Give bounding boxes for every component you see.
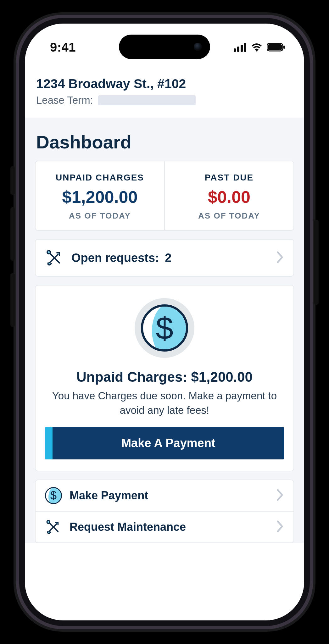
dynamic-island bbox=[119, 35, 210, 59]
make-a-payment-label: Make A Payment bbox=[53, 427, 284, 459]
svg-point-3 bbox=[47, 251, 50, 254]
request-maintenance-label: Request Maintenance bbox=[70, 520, 269, 534]
make-a-payment-button[interactable]: Make A Payment bbox=[45, 427, 284, 459]
chevron-right-icon bbox=[276, 520, 284, 534]
wifi-icon bbox=[251, 43, 263, 52]
lease-term-label: Lease Term: bbox=[36, 94, 93, 106]
open-requests-row[interactable]: Open requests: 2 bbox=[35, 239, 294, 277]
volume-up-button bbox=[10, 207, 15, 261]
quick-actions-list: $ Make Payment bbox=[35, 480, 294, 543]
unpaid-charges-label: UNPAID CHARGES bbox=[39, 173, 161, 183]
hero-message: You have Charges due soon. Make a paymen… bbox=[45, 389, 284, 418]
past-due-value: $0.00 bbox=[168, 187, 290, 207]
dollar-icon: $ bbox=[45, 487, 62, 504]
dollar-circle-icon: $ bbox=[135, 298, 194, 358]
chevron-right-icon bbox=[276, 251, 284, 265]
open-requests-label: Open requests: bbox=[71, 251, 159, 264]
tools-icon bbox=[45, 248, 64, 267]
chevron-right-icon bbox=[276, 489, 284, 502]
unpaid-charges-value: $1,200.00 bbox=[39, 187, 161, 207]
make-payment-row[interactable]: $ Make Payment bbox=[36, 480, 293, 511]
past-due-sub: AS OF TODAY bbox=[168, 211, 290, 221]
volume-down-button bbox=[10, 273, 15, 327]
svg-point-4 bbox=[47, 521, 50, 524]
open-requests-count: 2 bbox=[165, 251, 171, 264]
page-title: Dashboard bbox=[25, 118, 304, 161]
unpaid-charges-sub: AS OF TODAY bbox=[39, 211, 161, 221]
make-payment-label: Make Payment bbox=[70, 489, 269, 502]
side-button bbox=[10, 166, 15, 195]
unpaid-charges-stat[interactable]: UNPAID CHARGES $1,200.00 AS OF TODAY bbox=[36, 161, 164, 230]
past-due-label: PAST DUE bbox=[168, 173, 290, 183]
property-header: 1234 Broadway St., #102 Lease Term: bbox=[25, 71, 304, 118]
battery-icon bbox=[267, 43, 285, 52]
lease-term-placeholder bbox=[98, 95, 196, 105]
cellular-signal-icon bbox=[234, 43, 246, 52]
tools-icon bbox=[45, 519, 62, 536]
svg-rect-2 bbox=[283, 46, 285, 49]
phone-frame: 9:41 bbox=[14, 12, 315, 632]
hero-title: Unpaid Charges: $1,200.00 bbox=[45, 369, 284, 385]
balance-summary-card: UNPAID CHARGES $1,200.00 AS OF TODAY PAS… bbox=[35, 161, 294, 231]
power-button bbox=[314, 220, 319, 305]
request-maintenance-row[interactable]: Request Maintenance bbox=[36, 511, 293, 542]
payment-hero-card: $ Unpaid Charges: $1,200.00 You have Cha… bbox=[35, 285, 294, 471]
status-time: 9:41 bbox=[50, 40, 76, 54]
svg-rect-1 bbox=[268, 44, 282, 50]
past-due-stat[interactable]: PAST DUE $0.00 AS OF TODAY bbox=[164, 161, 293, 230]
address-text: 1234 Broadway St., #102 bbox=[36, 76, 293, 91]
